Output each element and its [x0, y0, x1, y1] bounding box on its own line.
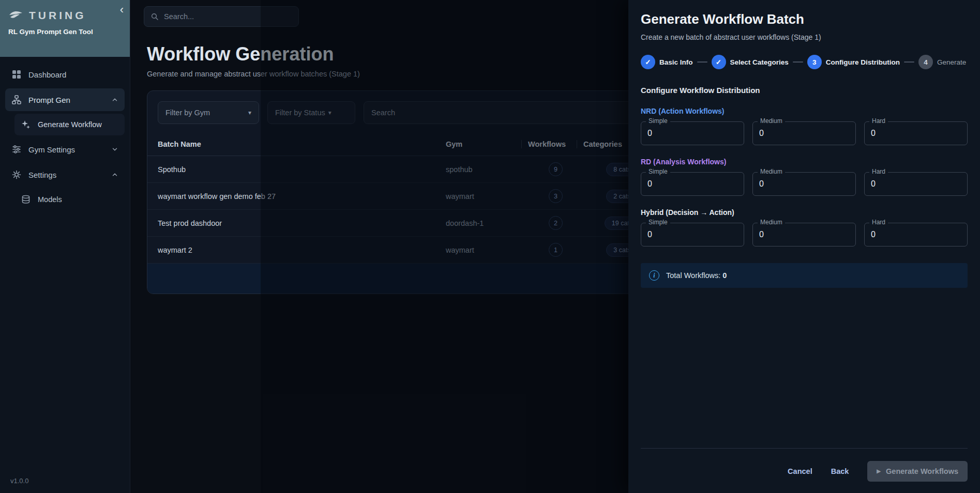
sparkles-icon [21, 119, 31, 130]
drawer-title: Generate Workflow Batch [641, 11, 968, 27]
sidebar-item-gym-settings[interactable]: Gym Settings [5, 138, 125, 161]
field-label: Hard [869, 168, 888, 175]
check-icon: ✓ [641, 55, 655, 69]
app-subtitle: RL Gym Prompt Gen Tool [8, 28, 122, 36]
nrd-group-title: NRD (Action Workflows) [641, 107, 968, 115]
rd-hard-field: Hard [864, 172, 968, 196]
step-basic-info[interactable]: ✓ Basic Info [641, 55, 693, 69]
rd-group: RD (Analysis Workflows) Simple Medium Ha… [641, 158, 968, 196]
brand-name: TURING [29, 9, 86, 22]
step-number: 3 [807, 55, 822, 69]
version-label: v1.0.0 [0, 469, 130, 493]
dashboard-icon [11, 69, 22, 80]
field-label: Hard [869, 219, 888, 226]
rd-simple-input[interactable] [641, 172, 744, 196]
rd-medium-input[interactable] [752, 172, 856, 196]
step-generate[interactable]: 4 Generate [918, 55, 966, 69]
field-label: Simple [646, 117, 670, 125]
rd-hard-input[interactable] [864, 172, 968, 196]
nrd-medium-input[interactable] [752, 121, 856, 145]
step-connector [793, 61, 803, 63]
sidebar-item-label: Settings [28, 171, 56, 179]
step-connector [904, 61, 914, 63]
gear-icon [11, 170, 22, 180]
distribution-section-title: Configure Workflow Distribution [641, 86, 968, 95]
hybrid-simple-input[interactable] [641, 223, 744, 246]
step-configure-distribution[interactable]: 3 Configure Distribution [807, 55, 900, 69]
tune-icon [11, 144, 22, 155]
info-icon: i [649, 270, 659, 281]
hybrid-medium-field: Medium [752, 223, 856, 246]
sidebar-item-settings[interactable]: Settings [5, 163, 125, 186]
generate-batch-drawer: Generate Workflow Batch Create a new bat… [628, 0, 980, 493]
generate-workflows-label: Generate Workflows [886, 467, 958, 475]
sidebar-header: ‹ TURING RL Gym Prompt Gen Tool [0, 0, 130, 57]
nrd-hard-input[interactable] [864, 121, 968, 145]
check-icon: ✓ [712, 55, 726, 69]
field-label: Simple [646, 168, 670, 175]
cancel-button[interactable]: Cancel [788, 467, 812, 475]
sidebar-item-prompt-gen[interactable]: Prompt Gen [5, 88, 125, 111]
drawer-subtitle: Create a new batch of abstract user work… [641, 33, 968, 41]
sidebar-item-models[interactable]: Models [14, 189, 125, 210]
models-icon [21, 194, 31, 205]
chevron-up-icon [111, 96, 118, 103]
hybrid-simple-field: Simple [641, 223, 744, 246]
sidebar-item-label: Generate Workflow [38, 120, 102, 129]
gym-filter-label: Filter by Gym [165, 109, 210, 117]
back-button[interactable]: Back [831, 467, 849, 475]
nrd-group: NRD (Action Workflows) Simple Medium Har… [641, 107, 968, 145]
turing-logo-icon [8, 10, 24, 21]
step-connector [697, 61, 707, 63]
step-label: Select Categories [730, 58, 789, 66]
collapse-sidebar-button[interactable]: ‹ [120, 4, 124, 16]
sidebar: ‹ TURING RL Gym Prompt Gen Tool [0, 0, 130, 493]
nrd-simple-input[interactable] [641, 121, 744, 145]
hybrid-hard-field: Hard [864, 223, 968, 246]
gym-filter-select[interactable]: Filter by Gym ▾ [158, 101, 259, 124]
app-root: ‹ TURING RL Gym Prompt Gen Tool [0, 0, 980, 493]
nrd-simple-field: Simple [641, 121, 744, 145]
sidebar-item-label: Dashboard [28, 70, 66, 79]
sidebar-item-dashboard[interactable]: Dashboard [5, 63, 125, 86]
total-workflows-label: Total Workflows: [666, 271, 720, 280]
step-select-categories[interactable]: ✓ Select Categories [712, 55, 789, 69]
field-label: Simple [646, 219, 670, 226]
play-icon: ▶ [877, 469, 881, 474]
sidebar-item-label: Prompt Gen [28, 96, 70, 104]
nrd-hard-field: Hard [864, 121, 968, 145]
step-number: 4 [918, 55, 933, 69]
hybrid-group-title: Hybrid (Decision → Action) [641, 208, 968, 217]
nrd-medium-field: Medium [752, 121, 856, 145]
stepper: ✓ Basic Info ✓ Select Categories 3 Confi… [641, 55, 968, 69]
hybrid-group: Hybrid (Decision → Action) Simple Medium… [641, 208, 968, 246]
caret-down-icon: ▾ [248, 109, 251, 116]
search-icon [150, 12, 159, 21]
chevron-down-icon [111, 146, 118, 153]
sidebar-item-generate-workflow[interactable]: Generate Workflow [14, 114, 125, 135]
rd-group-title: RD (Analysis Workflows) [641, 158, 968, 166]
hybrid-medium-input[interactable] [752, 223, 856, 246]
flow-icon [11, 95, 22, 105]
sidebar-item-label: Models [38, 195, 62, 204]
step-label: Generate [937, 58, 966, 66]
field-label: Medium [758, 219, 785, 226]
step-label: Basic Info [659, 58, 693, 66]
brand: TURING [8, 9, 122, 22]
rd-medium-field: Medium [752, 172, 856, 196]
rd-simple-field: Simple [641, 172, 744, 196]
chevron-up-icon [111, 171, 118, 178]
step-label: Configure Distribution [826, 58, 900, 66]
sidebar-nav: Dashboard Prompt Gen [0, 57, 130, 213]
total-workflows-text: Total Workflows: 0 [666, 271, 727, 280]
drawer-footer: Cancel Back ▶ Generate Workflows [641, 448, 968, 482]
total-workflows-bar: i Total Workflows: 0 [641, 263, 968, 288]
field-label: Medium [758, 117, 785, 125]
sidebar-item-label: Gym Settings [28, 145, 75, 154]
generate-workflows-button[interactable]: ▶ Generate Workflows [867, 461, 968, 482]
total-workflows-value: 0 [722, 271, 727, 280]
field-label: Medium [758, 168, 785, 175]
hybrid-hard-input[interactable] [864, 223, 968, 246]
field-label: Hard [869, 117, 888, 125]
